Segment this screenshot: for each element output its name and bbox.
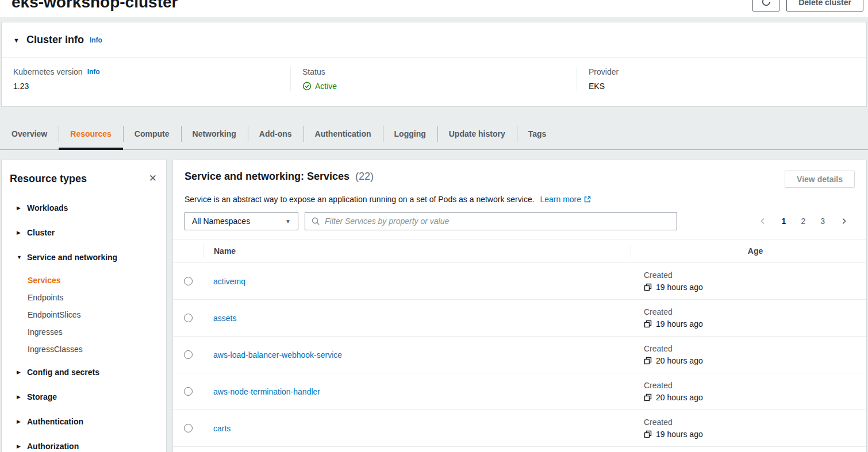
sidebar-item-cluster[interactable]: ▶ Cluster <box>2 222 166 243</box>
table-row: aws-node-termination-handler Created 20 … <box>173 373 866 410</box>
expand-icon: ▶ <box>17 230 27 235</box>
tab-compute[interactable]: Compute <box>123 118 181 149</box>
page-number-1[interactable]: 1 <box>782 217 786 226</box>
column-header-name[interactable]: Name <box>203 244 631 258</box>
kubernetes-version-value: 1.23 <box>13 82 290 91</box>
sidebar-item-storage[interactable]: ▶ Storage <box>2 387 166 407</box>
page-number-3[interactable]: 3 <box>820 217 825 226</box>
copy-icon[interactable] <box>644 430 652 438</box>
tab-update-history[interactable]: Update history <box>437 118 517 149</box>
collapse-icon[interactable]: ▼ <box>13 37 20 44</box>
search-input[interactable] <box>325 217 671 226</box>
kubernetes-version-info-link[interactable]: Info <box>87 68 100 76</box>
row-radio[interactable] <box>184 350 193 359</box>
services-description: Service is an abstract way to expose an … <box>185 195 535 204</box>
check-circle-icon <box>302 82 312 91</box>
refresh-button[interactable] <box>752 0 779 11</box>
header-actions: Delete cluster <box>752 0 863 11</box>
expand-icon: ▶ <box>17 394 27 400</box>
delete-cluster-button[interactable]: Delete cluster <box>786 0 863 11</box>
previous-page-icon[interactable] <box>759 217 767 225</box>
sidebar-item-ingresses[interactable]: Ingresses <box>2 323 166 341</box>
expand-icon: ▶ <box>17 419 27 424</box>
table-row: assets Created 19 hours ago <box>173 300 866 337</box>
sidebar-item-authorization[interactable]: ▶ Authorization <box>2 436 166 452</box>
provider-value: EKS <box>589 82 866 91</box>
tab-tags[interactable]: Tags <box>517 118 558 149</box>
cluster-info-fields: Kubernetes version Info 1.23 Status Acti… <box>2 58 866 99</box>
sidebar-item-workloads[interactable]: ▶ Workloads <box>2 198 166 218</box>
table-row: activemq Created 19 hours ago <box>173 263 866 300</box>
status-badge: Active <box>315 82 337 91</box>
tab-resources[interactable]: Resources <box>59 118 123 149</box>
table-header: Name Age <box>173 239 866 263</box>
cluster-info-card: ▼ Cluster info Info Kubernetes version I… <box>1 22 867 107</box>
services-table: Name Age activemq Created 19 hours ago a… <box>173 239 866 452</box>
resource-types-panel: Resource types ✕ ▶ Workloads ▶ Cluster ▼… <box>1 160 167 452</box>
services-panel: Service and networking: Services (22) Vi… <box>172 160 867 452</box>
external-link-icon <box>581 195 592 204</box>
table-row: carts Created 19 hours ago <box>173 410 866 447</box>
cluster-info-info-link[interactable]: Info <box>90 36 102 44</box>
field-kubernetes-version: Kubernetes version Info 1.23 <box>2 67 291 91</box>
services-count: (22) <box>355 171 374 182</box>
page-number-2[interactable]: 2 <box>801 217 805 226</box>
tab-logging[interactable]: Logging <box>383 118 437 149</box>
pagination: 1 2 3 <box>759 217 855 226</box>
copy-icon[interactable] <box>644 357 652 365</box>
service-link[interactable]: aws-node-termination-handler <box>213 387 320 396</box>
field-label: Kubernetes version <box>13 67 83 76</box>
sidebar-item-service-and-networking[interactable]: ▼ Service and networking <box>2 247 166 268</box>
cluster-tabs: Overview Resources Compute Networking Ad… <box>0 118 868 150</box>
sidebar-item-config-and-secrets[interactable]: ▶ Config and secrets <box>2 362 166 383</box>
tab-networking[interactable]: Networking <box>181 118 248 149</box>
expand-icon: ▶ <box>17 369 27 375</box>
row-radio[interactable] <box>184 387 193 396</box>
tab-authentication[interactable]: Authentication <box>304 118 383 149</box>
sidebar-item-endpointslices[interactable]: EndpointSlices <box>2 306 166 323</box>
service-link[interactable]: activemq <box>213 277 245 286</box>
service-link[interactable]: aws-load-balancer-webhook-service <box>213 350 342 360</box>
sidebar-item-endpoints[interactable]: Endpoints <box>2 289 166 306</box>
expand-icon: ▶ <box>17 205 27 211</box>
cluster-info-title: Cluster info <box>26 34 84 46</box>
close-icon[interactable]: ✕ <box>149 173 157 184</box>
service-link[interactable]: assets <box>213 314 236 323</box>
field-provider: Provider EKS <box>577 67 866 91</box>
table-row: aws-load-balancer-webhook-service Create… <box>173 337 866 373</box>
refresh-icon <box>761 0 771 9</box>
field-status: Status Active <box>291 67 577 91</box>
resource-types-list: ▶ Workloads ▶ Cluster ▼ Service and netw… <box>2 198 166 452</box>
row-radio[interactable] <box>184 277 193 285</box>
row-radio[interactable] <box>184 424 193 432</box>
page-title: eks-workshop-cluster <box>11 0 178 11</box>
namespace-select[interactable]: All Namespaces ▼ <box>185 212 298 230</box>
field-label: Status <box>302 67 325 76</box>
sidebar-item-services[interactable]: Services <box>2 272 166 289</box>
learn-more-link[interactable]: Learn more <box>540 195 592 204</box>
collapse-icon: ▼ <box>17 254 27 260</box>
column-header-age[interactable]: Age <box>631 244 866 258</box>
service-link[interactable]: carts <box>213 424 231 433</box>
tab-overview[interactable]: Overview <box>0 118 59 149</box>
copy-icon[interactable] <box>644 393 652 401</box>
table-row: Created <box>173 447 866 452</box>
services-search <box>305 212 677 230</box>
services-title: Service and networking: Services <box>185 171 349 182</box>
tab-add-ons[interactable]: Add-ons <box>248 118 304 149</box>
view-details-button[interactable]: View details <box>785 171 855 188</box>
row-radio[interactable] <box>184 314 193 322</box>
caret-down-icon: ▼ <box>285 218 291 225</box>
copy-icon[interactable] <box>644 320 652 328</box>
cluster-info-header[interactable]: ▼ Cluster info Info <box>2 22 866 58</box>
field-label: Provider <box>589 67 619 76</box>
sidebar-item-authentication[interactable]: ▶ Authentication <box>2 411 166 432</box>
next-page-icon[interactable] <box>840 217 848 225</box>
sidebar-item-ingressclasses[interactable]: IngressClasses <box>2 341 166 358</box>
expand-icon: ▶ <box>17 443 27 449</box>
search-icon <box>311 217 320 226</box>
resource-types-title: Resource types <box>10 173 87 185</box>
copy-icon[interactable] <box>644 283 652 291</box>
